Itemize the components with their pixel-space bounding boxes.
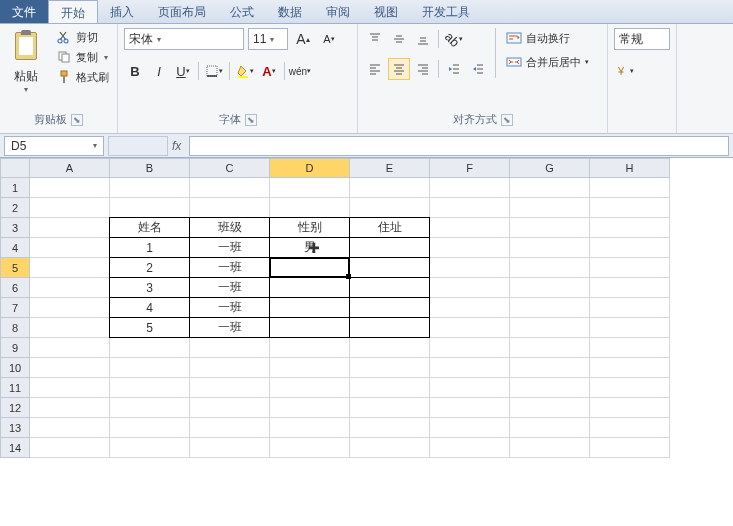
cell[interactable]: 姓名 <box>109 217 190 238</box>
cell[interactable] <box>30 218 110 238</box>
cell[interactable] <box>30 178 110 198</box>
cell[interactable]: 一班 <box>189 297 270 318</box>
border-button[interactable]: ▾ <box>203 60 225 82</box>
cell[interactable] <box>269 297 350 318</box>
cell[interactable] <box>30 258 110 278</box>
cell[interactable] <box>110 438 190 458</box>
cell[interactable] <box>30 338 110 358</box>
cell[interactable] <box>30 378 110 398</box>
cell[interactable] <box>510 338 590 358</box>
cell[interactable] <box>590 438 670 458</box>
cell[interactable] <box>430 238 510 258</box>
cell[interactable] <box>590 418 670 438</box>
cell[interactable] <box>190 378 270 398</box>
cell[interactable] <box>30 238 110 258</box>
tab-formulas[interactable]: 公式 <box>218 0 266 23</box>
tab-view[interactable]: 视图 <box>362 0 410 23</box>
bold-button[interactable]: B <box>124 60 146 82</box>
cell[interactable] <box>510 278 590 298</box>
cell[interactable] <box>350 398 430 418</box>
cell[interactable] <box>190 438 270 458</box>
underline-button[interactable]: U▾ <box>172 60 194 82</box>
cell[interactable]: 一班 <box>189 257 270 278</box>
row-header[interactable]: 13 <box>0 418 30 438</box>
row-header[interactable]: 1 <box>0 178 30 198</box>
cell[interactable] <box>349 297 430 318</box>
cell[interactable] <box>510 438 590 458</box>
clipboard-expand-icon[interactable]: ⬊ <box>71 114 83 126</box>
cell[interactable] <box>30 298 110 318</box>
cell[interactable] <box>110 358 190 378</box>
row-header[interactable]: 4 <box>0 238 30 258</box>
tab-data[interactable]: 数据 <box>266 0 314 23</box>
cell[interactable]: 4 <box>109 297 190 318</box>
cell[interactable] <box>30 358 110 378</box>
cell[interactable] <box>349 257 430 278</box>
cell[interactable] <box>590 318 670 338</box>
cell[interactable] <box>590 258 670 278</box>
cell[interactable] <box>590 218 670 238</box>
cell[interactable] <box>349 237 430 258</box>
cell[interactable] <box>590 278 670 298</box>
name-box[interactable]: D5▾ <box>4 136 104 156</box>
cell[interactable] <box>270 418 350 438</box>
cell[interactable]: 性别 <box>269 217 350 238</box>
font-name-combo[interactable]: 宋体▾ <box>124 28 244 50</box>
cell[interactable] <box>270 378 350 398</box>
cell[interactable] <box>510 198 590 218</box>
font-color-button[interactable]: A▾ <box>258 60 280 82</box>
row-header[interactable]: 11 <box>0 378 30 398</box>
col-header[interactable]: H <box>590 158 670 178</box>
cell[interactable] <box>590 338 670 358</box>
cell[interactable] <box>30 398 110 418</box>
increase-font-button[interactable]: A▴ <box>292 28 314 50</box>
row-header[interactable]: 12 <box>0 398 30 418</box>
accounting-format-button[interactable]: ¥▾ <box>614 60 636 82</box>
tab-home[interactable]: 开始 <box>48 0 98 23</box>
row-header[interactable]: 2 <box>0 198 30 218</box>
cell[interactable] <box>430 318 510 338</box>
cell[interactable] <box>590 378 670 398</box>
align-top-button[interactable] <box>364 28 386 50</box>
cell[interactable] <box>270 438 350 458</box>
cell[interactable] <box>349 277 430 298</box>
cell[interactable] <box>430 378 510 398</box>
col-header[interactable]: E <box>350 158 430 178</box>
tab-developer[interactable]: 开发工具 <box>410 0 482 23</box>
row-header[interactable]: 6 <box>0 278 30 298</box>
cell[interactable] <box>430 218 510 238</box>
row-header[interactable]: 10 <box>0 358 30 378</box>
col-header[interactable]: F <box>430 158 510 178</box>
cell[interactable] <box>590 198 670 218</box>
cell[interactable] <box>110 378 190 398</box>
align-middle-button[interactable] <box>388 28 410 50</box>
col-header[interactable]: D <box>270 158 350 178</box>
cell[interactable] <box>350 438 430 458</box>
cell[interactable] <box>30 278 110 298</box>
wrap-text-button[interactable]: 自动换行 <box>502 28 593 48</box>
col-header[interactable]: G <box>510 158 590 178</box>
cell[interactable] <box>430 278 510 298</box>
cell[interactable] <box>350 358 430 378</box>
cell[interactable]: 男 <box>269 237 350 258</box>
cell[interactable] <box>190 198 270 218</box>
cell[interactable] <box>510 398 590 418</box>
cell[interactable] <box>510 378 590 398</box>
col-header[interactable]: A <box>30 158 110 178</box>
italic-button[interactable]: I <box>148 60 170 82</box>
cell[interactable] <box>510 178 590 198</box>
phonetic-button[interactable]: wén▾ <box>289 60 311 82</box>
cell[interactable] <box>350 338 430 358</box>
alignment-expand-icon[interactable]: ⬊ <box>501 114 513 126</box>
cell[interactable] <box>350 178 430 198</box>
col-header[interactable]: B <box>110 158 190 178</box>
cell[interactable] <box>510 298 590 318</box>
align-right-button[interactable] <box>412 58 434 80</box>
row-header[interactable]: 9 <box>0 338 30 358</box>
row-header[interactable]: 5 <box>0 258 30 278</box>
increase-indent-button[interactable] <box>467 58 489 80</box>
cell[interactable]: 一班 <box>189 237 270 258</box>
cell[interactable] <box>510 358 590 378</box>
col-header[interactable]: C <box>190 158 270 178</box>
copy-button[interactable]: 复制▾ <box>54 48 111 66</box>
